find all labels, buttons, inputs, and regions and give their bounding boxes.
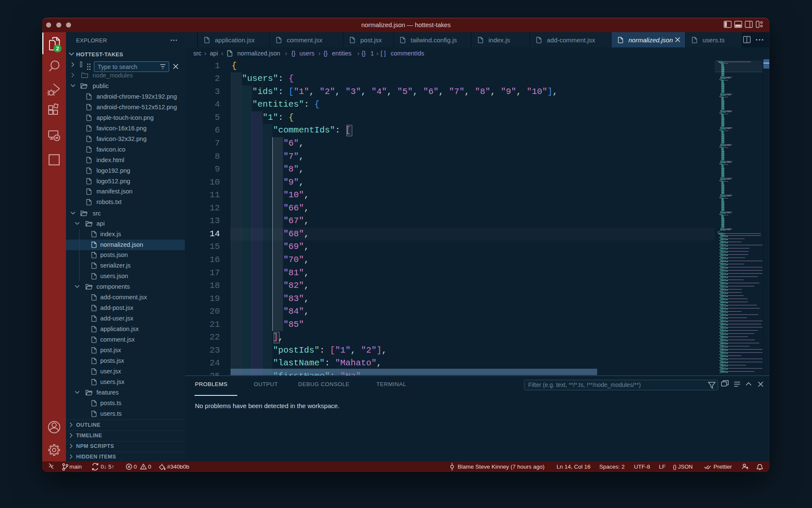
svg-text:2: 2	[56, 46, 59, 52]
